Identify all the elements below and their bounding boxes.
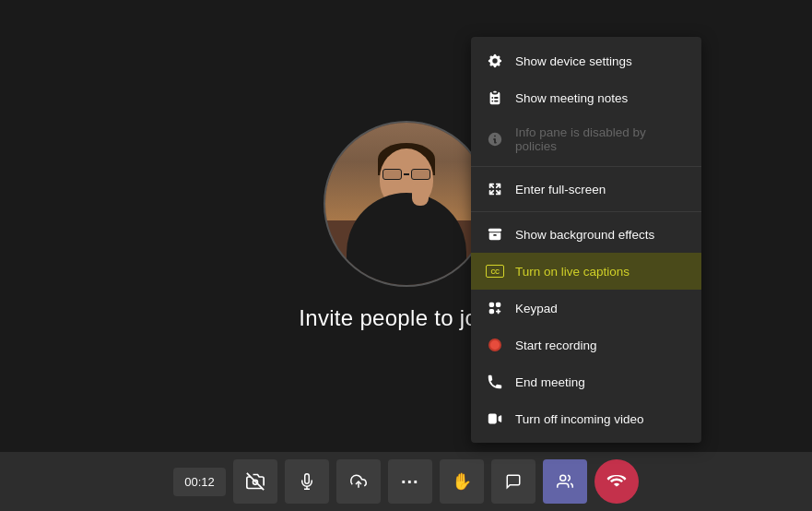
menu-item-incoming-video[interactable]: Turn off incoming video <box>471 400 701 437</box>
raise-hand-button[interactable]: ✋ <box>440 459 484 504</box>
menu-item-fullscreen[interactable]: Enter full-screen <box>471 171 701 208</box>
toolbar: 00:12 <box>0 452 812 511</box>
end-call-icon <box>606 475 627 488</box>
menu-label: End meeting <box>515 375 585 389</box>
menu-divider-2 <box>471 211 701 212</box>
info-icon <box>486 130 504 149</box>
note-icon <box>486 89 504 107</box>
svg-point-5 <box>560 475 566 481</box>
hand-icon: ✋ <box>452 471 472 492</box>
menu-item-background-effects[interactable]: Show background effects <box>471 216 701 253</box>
background-icon <box>486 225 504 244</box>
participants-icon <box>555 473 575 490</box>
menu-label: Turn on live captions <box>515 265 630 279</box>
keypad-icon <box>486 299 504 317</box>
menu-item-keypad[interactable]: Keypad <box>471 290 701 327</box>
menu-item-info-pane: Info pane is disabled by policies <box>471 116 701 162</box>
main-area: Invite people to join y Show device sett… <box>0 0 812 511</box>
menu-label: Show background effects <box>515 228 654 242</box>
mic-button[interactable] <box>285 459 329 504</box>
cc-icon: CC <box>486 262 504 280</box>
context-menu: Show device settings Show meeting notes … <box>471 37 701 443</box>
microphone-icon <box>299 472 315 491</box>
menu-label: Turn off incoming video <box>515 412 644 426</box>
video-button[interactable] <box>233 459 277 504</box>
menu-label: Keypad <box>515 302 558 315</box>
share-icon <box>349 473 368 490</box>
end-call-button[interactable] <box>594 459 639 504</box>
menu-divider-1 <box>471 166 701 167</box>
gear-icon <box>486 52 504 70</box>
share-button[interactable] <box>336 459 381 504</box>
svg-line-0 <box>247 473 264 490</box>
more-icon: ··· <box>401 471 419 493</box>
menu-item-start-recording[interactable]: Start recording <box>471 327 701 363</box>
menu-label: Show meeting notes <box>515 91 628 105</box>
menu-label: Info pane is disabled by policies <box>515 125 687 153</box>
video-off-icon <box>486 410 504 428</box>
menu-label: Start recording <box>515 339 597 352</box>
fullscreen-icon <box>486 180 504 198</box>
camera-off-icon <box>246 472 265 491</box>
chat-icon <box>504 473 523 490</box>
participants-button[interactable] <box>543 459 587 504</box>
call-timer: 00:12 <box>173 468 226 496</box>
menu-item-meeting-notes[interactable]: Show meeting notes <box>471 79 701 116</box>
person-hand <box>412 183 429 206</box>
menu-label: Enter full-screen <box>515 183 606 196</box>
menu-item-device-settings[interactable]: Show device settings <box>471 42 701 79</box>
menu-item-end-meeting[interactable]: End meeting <box>471 363 701 400</box>
end-meeting-icon <box>486 373 504 391</box>
menu-label: Show device settings <box>515 54 632 68</box>
participant-avatar <box>324 121 489 287</box>
chat-button[interactable] <box>491 459 535 504</box>
record-icon <box>486 336 504 354</box>
glasses <box>382 169 430 180</box>
more-button[interactable]: ··· <box>388 459 432 504</box>
avatar-image <box>325 123 488 285</box>
menu-item-live-captions[interactable]: CC Turn on live captions <box>471 253 701 290</box>
